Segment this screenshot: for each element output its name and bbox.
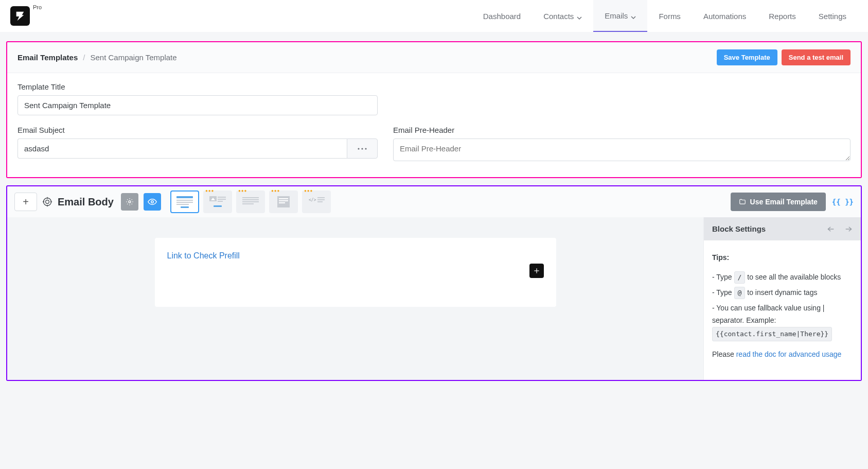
- svg-rect-32: [317, 197, 325, 198]
- svg-rect-14: [176, 204, 189, 205]
- top-nav: DashboardContactsEmailsFormsAutomationsR…: [472, 0, 858, 32]
- drag-handle-icon: ●●●: [271, 188, 280, 193]
- svg-point-4: [46, 200, 49, 204]
- email-body-panel: + Email Body ●●● ●●● ●●●: [6, 185, 862, 381]
- svg-rect-25: [242, 203, 254, 204]
- layout-option-3[interactable]: ●●●: [236, 190, 265, 213]
- svg-rect-24: [242, 201, 259, 202]
- svg-point-9: [129, 201, 131, 203]
- use-email-template-label: Use Email Template: [750, 198, 818, 206]
- add-block-button[interactable]: [529, 264, 544, 278]
- template-header-panel: Email Templates / Sent Campaign Template…: [6, 41, 862, 178]
- nav-item-forms[interactable]: Forms: [647, 0, 692, 32]
- nav-item-label: Emails: [605, 11, 628, 20]
- preview-button[interactable]: [144, 193, 161, 211]
- svg-rect-13: [176, 202, 193, 203]
- save-template-button[interactable]: Save Template: [717, 49, 777, 65]
- tips-title: Tips:: [712, 253, 729, 262]
- svg-rect-11: [176, 196, 193, 198]
- nav-item-label: Forms: [659, 12, 681, 21]
- layout-option-5[interactable]: ●●● </>: [302, 190, 331, 213]
- redo-icon[interactable]: [843, 225, 853, 233]
- nav-item-settings[interactable]: Settings: [807, 0, 858, 32]
- nav-item-dashboard[interactable]: Dashboard: [472, 0, 532, 32]
- svg-rect-21: [214, 205, 222, 207]
- breadcrumb: Email Templates / Sent Campaign Template: [17, 53, 177, 62]
- email-body-title: Email Body: [58, 196, 114, 208]
- svg-rect-27: [279, 198, 288, 199]
- merge-tags-button[interactable]: {{ }}: [832, 198, 854, 206]
- add-button[interactable]: +: [14, 193, 37, 211]
- layout-option-2[interactable]: ●●●: [203, 190, 232, 213]
- breadcrumb-root[interactable]: Email Templates: [17, 53, 78, 62]
- drag-handle-icon: ●●●: [238, 188, 247, 193]
- chevron-down-icon: [631, 13, 636, 18]
- breadcrumb-separator: /: [83, 53, 85, 62]
- svg-rect-33: [317, 199, 325, 200]
- email-content-card[interactable]: Link to Check Prefill: [155, 238, 556, 307]
- email-preheader-label: Email Pre-Header: [393, 126, 851, 134]
- use-email-template-button[interactable]: Use Email Template: [731, 193, 826, 211]
- svg-rect-19: [218, 199, 226, 200]
- svg-rect-22: [242, 197, 259, 198]
- svg-point-3: [44, 198, 51, 206]
- doc-link[interactable]: read the doc for advanced usage: [736, 350, 842, 358]
- body-toolbar: + Email Body ●●● ●●● ●●●: [7, 186, 861, 217]
- svg-point-10: [151, 201, 154, 203]
- nav-item-reports[interactable]: Reports: [757, 0, 807, 32]
- svg-rect-23: [242, 199, 259, 200]
- nav-item-label: Dashboard: [483, 12, 521, 21]
- layout-option-4[interactable]: ●●●: [269, 190, 298, 213]
- email-subject-input[interactable]: [17, 138, 347, 159]
- brand-logo[interactable]: Pro: [10, 6, 42, 26]
- svg-rect-28: [279, 200, 288, 201]
- nav-item-emails[interactable]: Emails: [593, 0, 647, 32]
- undo-icon[interactable]: [827, 225, 836, 233]
- tip-3: - You can use fallback value using | sep…: [712, 302, 853, 341]
- svg-point-2: [365, 148, 366, 149]
- chevron-down-icon: [577, 13, 582, 19]
- nav-item-label: Reports: [769, 12, 796, 21]
- at-key: @: [734, 287, 746, 299]
- slash-key: /: [734, 271, 746, 284]
- block-settings-panel: Block Settings Tips: - Type / to see all…: [703, 217, 861, 380]
- breadcrumb-leaf: Sent Campaign Template: [90, 53, 176, 62]
- editor-canvas[interactable]: Link to Check Prefill: [7, 217, 703, 380]
- plus-icon: [533, 267, 540, 274]
- doc-line: Please read the doc for advanced usage: [712, 349, 853, 361]
- settings-toggle-button[interactable]: [121, 193, 138, 211]
- svg-point-1: [361, 148, 363, 149]
- fallback-example-code: {{contact.first_name|There}}: [712, 327, 832, 341]
- template-title-input[interactable]: [17, 95, 378, 115]
- template-title-label: Template Title: [17, 82, 851, 91]
- svg-text:</>: </>: [309, 198, 316, 202]
- header-panel-top: Email Templates / Sent Campaign Template…: [7, 42, 861, 73]
- svg-rect-34: [317, 201, 323, 202]
- logo-icon: [10, 6, 30, 26]
- nav-item-contacts[interactable]: Contacts: [532, 0, 593, 32]
- nav-item-label: Settings: [819, 12, 846, 21]
- topbar: Pro DashboardContactsEmailsFormsAutomati…: [0, 0, 868, 32]
- nav-item-label: Contacts: [543, 12, 574, 21]
- svg-rect-15: [181, 206, 189, 208]
- pro-badge: Pro: [33, 4, 42, 10]
- layout-option-1[interactable]: [170, 190, 199, 213]
- layout-picker: ●●● ●●● ●●● ●●● </>: [170, 190, 331, 213]
- target-icon: [42, 197, 52, 207]
- svg-rect-18: [218, 197, 226, 198]
- drag-handle-icon: ●●●: [205, 188, 215, 193]
- block-settings-title: Block Settings: [712, 224, 766, 233]
- svg-rect-20: [218, 201, 223, 202]
- send-test-email-button[interactable]: Send a test email: [782, 49, 851, 65]
- svg-rect-12: [176, 200, 193, 201]
- email-preheader-input[interactable]: [393, 138, 851, 161]
- svg-rect-26: [277, 196, 290, 207]
- nav-item-automations[interactable]: Automations: [692, 0, 757, 32]
- tip-2: - Type @ to insert dynamic tags: [712, 287, 853, 299]
- nav-item-label: Automations: [703, 12, 746, 21]
- subject-more-button[interactable]: [347, 138, 378, 159]
- drag-handle-icon: ●●●: [304, 188, 313, 193]
- svg-point-0: [358, 148, 359, 149]
- prefill-link[interactable]: Link to Check Prefill: [167, 251, 240, 260]
- email-subject-label: Email Subject: [17, 126, 378, 134]
